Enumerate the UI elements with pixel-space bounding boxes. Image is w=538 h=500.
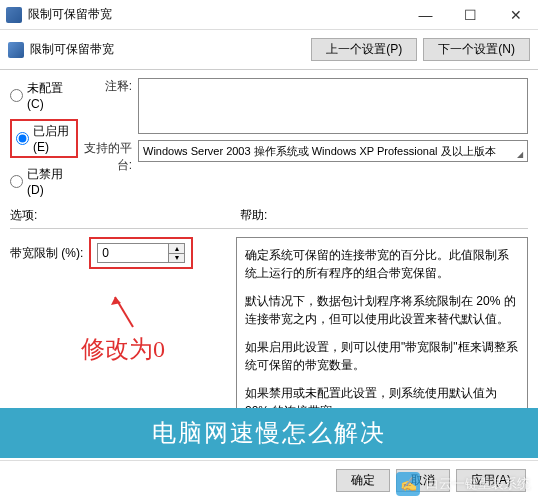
chevron-down-icon: ◢ — [517, 150, 523, 159]
radio-not-configured[interactable]: 未配置(C) — [10, 80, 78, 111]
annotation-text: 修改为0 — [10, 333, 236, 365]
maximize-button[interactable]: ☐ — [448, 0, 493, 30]
radio-enabled-input[interactable] — [16, 132, 29, 145]
help-para: 如果启用此设置，则可以使用"带宽限制"框来调整系统可保留的带宽数量。 — [245, 338, 519, 374]
platform-label: 支持的平台: — [78, 140, 138, 174]
watermark-logo-icon: ✍ — [396, 472, 420, 496]
app-icon — [6, 7, 22, 23]
watermark: ✍ 白云一键重装系统 — [396, 472, 530, 496]
watermark-brand: 白云一键重装系统 — [426, 475, 530, 493]
bandwidth-highlight: ▲ ▼ — [89, 237, 193, 269]
radio-enabled[interactable]: 已启用(E) — [16, 123, 72, 154]
radio-not-configured-label: 未配置(C) — [27, 80, 78, 111]
radio-not-configured-input[interactable] — [10, 89, 23, 102]
window-title: 限制可保留带宽 — [28, 6, 403, 23]
enabled-highlight: 已启用(E) — [10, 119, 78, 158]
radio-disabled-label: 已禁用(D) — [27, 166, 78, 197]
radio-enabled-label: 已启用(E) — [33, 123, 72, 154]
spinner-down-icon[interactable]: ▼ — [169, 254, 184, 263]
platform-box: Windows Server 2003 操作系统或 Windows XP Pro… — [138, 140, 528, 162]
help-label: 帮助: — [240, 207, 267, 224]
bandwidth-spinner[interactable]: ▲ ▼ — [97, 243, 185, 263]
comment-textarea[interactable] — [138, 78, 528, 134]
next-setting-button[interactable]: 下一个设置(N) — [423, 38, 530, 61]
spinner-up-icon[interactable]: ▲ — [169, 244, 184, 254]
radio-disabled[interactable]: 已禁用(D) — [10, 166, 78, 197]
ok-button[interactable]: 确定 — [336, 469, 390, 492]
help-para: 确定系统可保留的连接带宽的百分比。此值限制系统上运行的所有程序的组合带宽保留。 — [245, 246, 519, 282]
platform-text: Windows Server 2003 操作系统或 Windows XP Pro… — [143, 144, 496, 159]
radio-disabled-input[interactable] — [10, 175, 23, 188]
annotation-arrow-icon — [103, 289, 143, 329]
bandwidth-input[interactable] — [98, 244, 168, 262]
help-para: 默认情况下，数据包计划程序将系统限制在 20% 的连接带宽之内，但可以使用此设置… — [245, 292, 519, 328]
titlebar: 限制可保留带宽 — ☐ ✕ — [0, 0, 538, 30]
config-radio-group: 未配置(C) 已启用(E) 已禁用(D) — [10, 80, 78, 197]
minimize-button[interactable]: — — [403, 0, 448, 30]
toolbar: 限制可保留带宽 上一个设置(P) 下一个设置(N) — [0, 30, 538, 70]
toolbar-title: 限制可保留带宽 — [30, 41, 114, 58]
bandwidth-label: 带宽限制 (%): — [10, 245, 83, 262]
overlay-banner: 电脑网速慢怎么解决 — [0, 408, 538, 458]
annotation: 修改为0 — [10, 289, 236, 365]
options-label: 选项: — [10, 207, 240, 224]
banner-text: 电脑网速慢怎么解决 — [152, 417, 386, 449]
comment-label: 注释: — [78, 78, 138, 134]
policy-icon — [8, 42, 24, 58]
prev-setting-button[interactable]: 上一个设置(P) — [311, 38, 417, 61]
close-button[interactable]: ✕ — [493, 0, 538, 30]
divider — [10, 228, 528, 229]
